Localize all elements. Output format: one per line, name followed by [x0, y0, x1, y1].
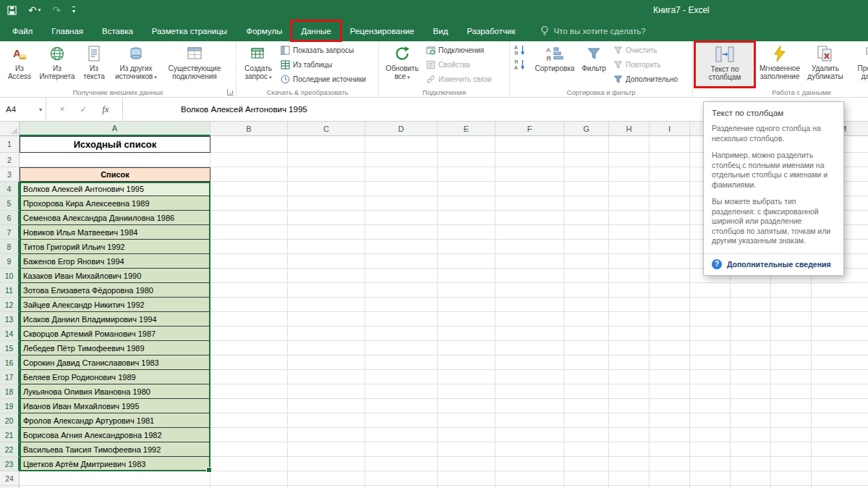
cell-I13[interactable]: [650, 312, 690, 327]
cell-B18[interactable]: [210, 384, 288, 399]
cell-H2[interactable]: [609, 153, 650, 167]
cell-F12[interactable]: [495, 298, 564, 312]
tab-developer[interactable]: Разработчик: [457, 20, 524, 41]
cell-B7[interactable]: [210, 225, 288, 240]
connections-button[interactable]: Подключения: [423, 43, 507, 57]
cell-L16[interactable]: [771, 356, 812, 370]
column-header-C[interactable]: C: [288, 122, 365, 136]
cell-C4[interactable]: [288, 182, 365, 196]
cell-J24[interactable]: [690, 471, 731, 486]
cell-I22[interactable]: [650, 442, 690, 457]
cell-F13[interactable]: [495, 312, 564, 327]
cell-F19[interactable]: [495, 399, 564, 413]
cell-I9[interactable]: [650, 254, 690, 269]
cell-A19[interactable]: Иванов Иван Михайлович 1995: [20, 399, 210, 413]
cell-H4[interactable]: [609, 182, 650, 196]
cell-G13[interactable]: [564, 312, 609, 327]
cell-B6[interactable]: [210, 211, 288, 225]
cell-K21[interactable]: [731, 428, 771, 442]
cell-J18[interactable]: [690, 384, 731, 399]
cell-J22[interactable]: [690, 442, 731, 457]
sort-descending-button[interactable]: ЯА: [512, 57, 532, 72]
cell-D17[interactable]: [365, 370, 438, 384]
row-header-14[interactable]: 14: [0, 327, 20, 341]
cell-F11[interactable]: [495, 283, 564, 298]
row-header-16[interactable]: 16: [0, 356, 20, 370]
from-web-button[interactable]: Из Интернета: [37, 42, 77, 87]
cell-B5[interactable]: [210, 196, 288, 211]
cell-F2[interactable]: [495, 153, 564, 167]
cell-C15[interactable]: [288, 341, 365, 356]
cell-D2[interactable]: [365, 153, 438, 167]
row-header-23[interactable]: 23: [0, 457, 20, 471]
cell-A7[interactable]: Новиков Илья Матвеевич 1984: [20, 225, 210, 240]
cell-D4[interactable]: [365, 182, 438, 196]
cell-M14[interactable]: [812, 327, 868, 341]
cell-H21[interactable]: [609, 428, 650, 442]
cell-I24[interactable]: [650, 471, 690, 486]
cell-C24[interactable]: [288, 471, 365, 486]
cell-M24[interactable]: [812, 471, 868, 486]
cell-B8[interactable]: [210, 240, 288, 254]
cell-E15[interactable]: [438, 341, 495, 356]
cell-K23[interactable]: [731, 457, 771, 471]
cell-H16[interactable]: [609, 356, 650, 370]
cell-G22[interactable]: [564, 442, 609, 457]
cell-I3[interactable]: [650, 167, 690, 182]
redo-icon[interactable]: ↷: [52, 4, 61, 17]
cell-K16[interactable]: [731, 356, 771, 370]
cell-H1[interactable]: [609, 136, 650, 153]
cell-E5[interactable]: [438, 196, 495, 211]
cell-H6[interactable]: [609, 211, 650, 225]
cell-K22[interactable]: [731, 442, 771, 457]
cell-A21[interactable]: Борисова Агния Александровна 1982: [20, 428, 210, 442]
cell-G9[interactable]: [564, 254, 609, 269]
advanced-filter-button[interactable]: Дополнительно: [610, 72, 689, 86]
cell-H15[interactable]: [609, 341, 650, 356]
cell-H9[interactable]: [609, 254, 650, 269]
cell-D5[interactable]: [365, 196, 438, 211]
cell-C6[interactable]: [288, 211, 365, 225]
cell-L20[interactable]: [771, 413, 812, 428]
tab-data[interactable]: Данные: [292, 20, 341, 41]
cell-F3[interactable]: [495, 167, 564, 182]
cell-E14[interactable]: [438, 327, 495, 341]
cell-G7[interactable]: [564, 225, 609, 240]
cell-I2[interactable]: [650, 153, 690, 167]
cell-J12[interactable]: [690, 298, 731, 312]
cell-B2[interactable]: [210, 153, 288, 167]
cell-H19[interactable]: [609, 399, 650, 413]
clear-filter-button[interactable]: Очистить: [610, 43, 689, 57]
cell-D15[interactable]: [365, 341, 438, 356]
cell-B16[interactable]: [210, 356, 288, 370]
cell-C1[interactable]: [288, 136, 365, 153]
row-header-19[interactable]: 19: [0, 399, 20, 413]
cell-I12[interactable]: [650, 298, 690, 312]
column-header-H[interactable]: H: [609, 122, 650, 136]
cell-C10[interactable]: [288, 269, 365, 283]
cell-M11[interactable]: [812, 283, 868, 298]
cell-L23[interactable]: [771, 457, 812, 471]
cell-B9[interactable]: [210, 254, 288, 269]
cell-J20[interactable]: [690, 413, 731, 428]
cell-I14[interactable]: [650, 327, 690, 341]
existing-connections-button[interactable]: Существующие подключения: [161, 42, 228, 87]
cell-E24[interactable]: [438, 471, 495, 486]
cell-K12[interactable]: [731, 298, 771, 312]
cell-I6[interactable]: [650, 211, 690, 225]
cell-A11[interactable]: Зотова Елизавета Фёдоровна 1980: [20, 283, 210, 298]
cell-C21[interactable]: [288, 428, 365, 442]
cell-H24[interactable]: [609, 471, 650, 486]
cell-A22[interactable]: Васильева Таисия Тимофеевна 1992: [20, 442, 210, 457]
cell-A8[interactable]: Титов Григорий Ильич 1992: [20, 240, 210, 254]
cell-F4[interactable]: [495, 182, 564, 196]
column-header-G[interactable]: G: [564, 122, 609, 136]
cell-C13[interactable]: [288, 312, 365, 327]
cell-G10[interactable]: [564, 269, 609, 283]
text-to-columns-button[interactable]: Текст по столбцам: [695, 42, 754, 87]
cell-G24[interactable]: [564, 471, 609, 486]
cell-D9[interactable]: [365, 254, 438, 269]
cell-E21[interactable]: [438, 428, 495, 442]
cell-B10[interactable]: [210, 269, 288, 283]
cell-D14[interactable]: [365, 327, 438, 341]
